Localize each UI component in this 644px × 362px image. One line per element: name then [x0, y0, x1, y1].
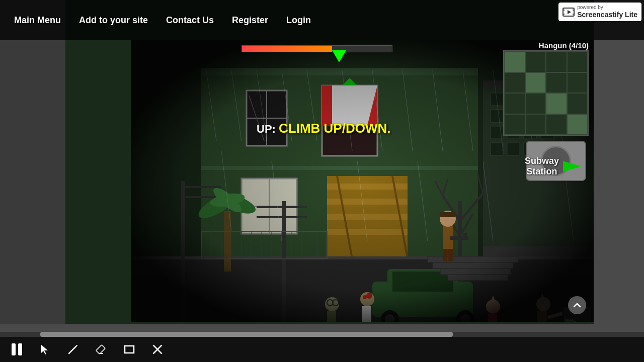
minimap-cell — [546, 93, 567, 114]
svg-rect-153 — [96, 345, 105, 354]
rectangle-tool-button[interactable] — [120, 340, 138, 358]
subway-station-label: Subway Station — [525, 156, 559, 177]
rectangle-icon — [123, 343, 135, 355]
minimap-cell — [546, 114, 567, 135]
minimap-cell — [504, 114, 525, 135]
minimap-cell — [525, 72, 546, 94]
svg-line-152 — [76, 345, 77, 346]
highlighter-icon — [95, 343, 107, 355]
svg-rect-155 — [125, 346, 134, 353]
register-button[interactable]: Register — [223, 11, 277, 30]
contact-us-button[interactable]: Contact Us — [157, 11, 223, 30]
top-navigation: Main Menu Add to your site Contact Us Re… — [0, 0, 644, 40]
svg-line-151 — [69, 346, 76, 353]
pause-button[interactable] — [8, 340, 26, 358]
minimap-cell — [567, 114, 588, 135]
svg-marker-150 — [41, 344, 48, 354]
minimap — [503, 50, 589, 136]
screencastify-text: powered by Screencastify Lite — [577, 5, 637, 19]
minimap-cell — [546, 72, 567, 94]
scroll-up-button[interactable] — [568, 296, 586, 314]
close-icon — [151, 343, 164, 355]
minimap-cell — [525, 93, 546, 114]
health-bar — [242, 46, 332, 52]
login-button[interactable]: Login — [277, 11, 320, 30]
minimap-cell — [525, 51, 546, 72]
minimap-cell — [504, 72, 525, 94]
svg-marker-1 — [568, 10, 571, 14]
game-area[interactable]: MAIL — [65, 0, 594, 324]
minimap-cell — [567, 51, 588, 72]
bottom-scrollbar[interactable] — [0, 332, 644, 337]
subway-arrow-button[interactable] — [563, 157, 581, 175]
add-to-site-button[interactable]: Add to your site — [70, 11, 157, 30]
minimap-cell — [567, 93, 588, 114]
tutorial-text: UP: CLIMB UP/DOWN. — [257, 121, 390, 136]
chevron-up-icon — [573, 301, 582, 310]
highlighter-tool-button[interactable] — [92, 340, 110, 358]
player-arrow-indicator — [332, 50, 346, 62]
pause-icon — [12, 343, 22, 355]
left-sidebar — [0, 0, 65, 324]
minimap-cell — [567, 72, 588, 94]
pencil-tool-button[interactable] — [64, 340, 82, 358]
health-bar-container — [242, 45, 392, 52]
minimap-cell — [504, 51, 525, 72]
scroll-thumb[interactable] — [40, 332, 453, 337]
pencil-icon — [67, 343, 79, 355]
cursor-icon — [39, 343, 51, 355]
bottom-toolbar — [0, 337, 644, 362]
film-icon — [562, 6, 575, 18]
main-menu-button[interactable]: Main Menu — [5, 11, 70, 30]
cursor-tool-button[interactable] — [36, 340, 54, 358]
screencastify-badge: powered by Screencastify Lite — [558, 3, 641, 21]
minimap-cell — [546, 51, 567, 72]
minimap-cell — [504, 93, 525, 114]
close-tool-button[interactable] — [148, 340, 167, 358]
subway-station-sign: Subway Station — [525, 156, 581, 177]
location-indicator: Hangun (4/10) — [539, 41, 589, 50]
minimap-cell — [525, 114, 546, 135]
